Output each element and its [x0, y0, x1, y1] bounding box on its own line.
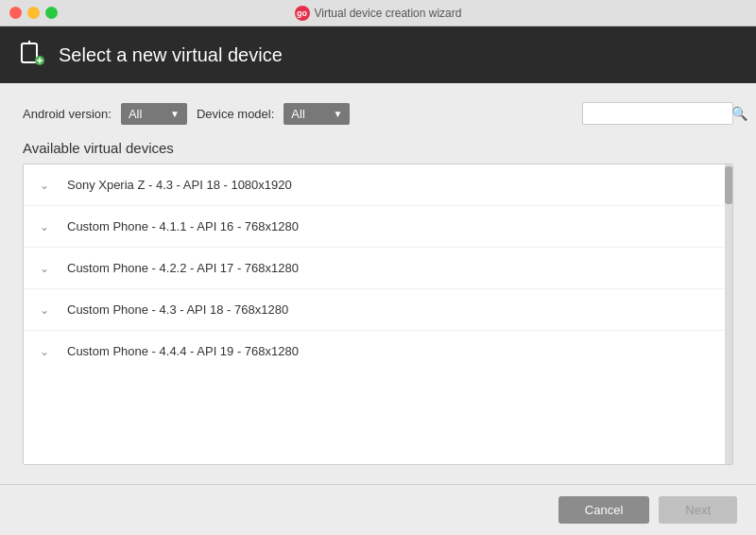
- chevron-down-icon: ⌄: [37, 303, 52, 317]
- search-input[interactable]: [590, 107, 731, 120]
- device-name: Custom Phone - 4.3 - API 18 - 768x1280: [67, 302, 288, 317]
- search-icon: 🔍: [731, 106, 747, 121]
- scrollbar[interactable]: [725, 164, 732, 464]
- go-logo-icon: go: [295, 6, 310, 21]
- maximize-button[interactable]: [45, 7, 58, 19]
- new-device-icon: [19, 40, 45, 70]
- device-name: Custom Phone - 4.4.4 - API 19 - 768x1280: [67, 344, 299, 358]
- svg-rect-0: [22, 43, 37, 62]
- close-button[interactable]: [9, 7, 22, 19]
- window-controls: [9, 7, 58, 19]
- titlebar-title: Virtual device creation wizard: [315, 7, 462, 20]
- android-version-label: Android version:: [23, 107, 112, 121]
- android-version-dropdown-icon: ▼: [170, 109, 180, 119]
- page-title: Select a new virtual device: [59, 44, 283, 66]
- main-content: Select a new virtual device Android vers…: [0, 26, 756, 535]
- device-list-container: ⌄ Sony Xperia Z - 4.3 - API 18 - 1080x19…: [23, 164, 733, 465]
- page-header: Select a new virtual device: [0, 26, 756, 83]
- scrollbar-thumb[interactable]: [725, 166, 732, 204]
- titlebar-logo: go Virtual device creation wizard: [295, 6, 462, 21]
- chevron-down-icon: ⌄: [37, 179, 52, 192]
- device-name: Custom Phone - 4.2.2 - API 17 - 768x1280: [67, 261, 299, 275]
- cancel-button[interactable]: Cancel: [558, 496, 649, 524]
- device-list-item[interactable]: ⌄ Custom Phone - 4.3 - API 18 - 768x1280: [24, 289, 725, 331]
- device-model-label: Device model:: [197, 107, 274, 121]
- device-model-select[interactable]: All ▼: [284, 103, 350, 125]
- device-list-item[interactable]: ⌄ Sony Xperia Z - 4.3 - API 18 - 1080x19…: [24, 164, 725, 206]
- device-name: Sony Xperia Z - 4.3 - API 18 - 1080x1920: [67, 178, 292, 192]
- minimize-button[interactable]: [27, 7, 40, 19]
- chevron-down-icon: ⌄: [37, 262, 52, 275]
- search-box[interactable]: 🔍: [582, 102, 733, 125]
- device-model-dropdown-icon: ▼: [333, 109, 342, 119]
- android-version-select[interactable]: All ▼: [121, 103, 187, 125]
- footer: Cancel Next: [0, 484, 756, 535]
- device-name: Custom Phone - 4.1.1 - API 16 - 768x1280: [67, 219, 299, 233]
- device-list-item[interactable]: ⌄ Custom Phone - 4.1.1 - API 16 - 768x12…: [24, 206, 725, 248]
- content-area: Android version: All ▼ Device model: All…: [0, 83, 756, 484]
- device-list: ⌄ Sony Xperia Z - 4.3 - API 18 - 1080x19…: [24, 164, 725, 371]
- device-list-item[interactable]: ⌄ Custom Phone - 4.4.4 - API 19 - 768x12…: [24, 331, 725, 371]
- chevron-down-icon: ⌄: [37, 345, 52, 358]
- titlebar: go Virtual device creation wizard: [0, 0, 756, 26]
- next-button[interactable]: Next: [659, 496, 737, 524]
- device-list-item[interactable]: ⌄ Custom Phone - 4.2.2 - API 17 - 768x12…: [24, 248, 725, 289]
- filters-row: Android version: All ▼ Device model: All…: [23, 102, 733, 125]
- section-title: Available virtual devices: [23, 140, 733, 156]
- chevron-down-icon: ⌄: [37, 220, 52, 233]
